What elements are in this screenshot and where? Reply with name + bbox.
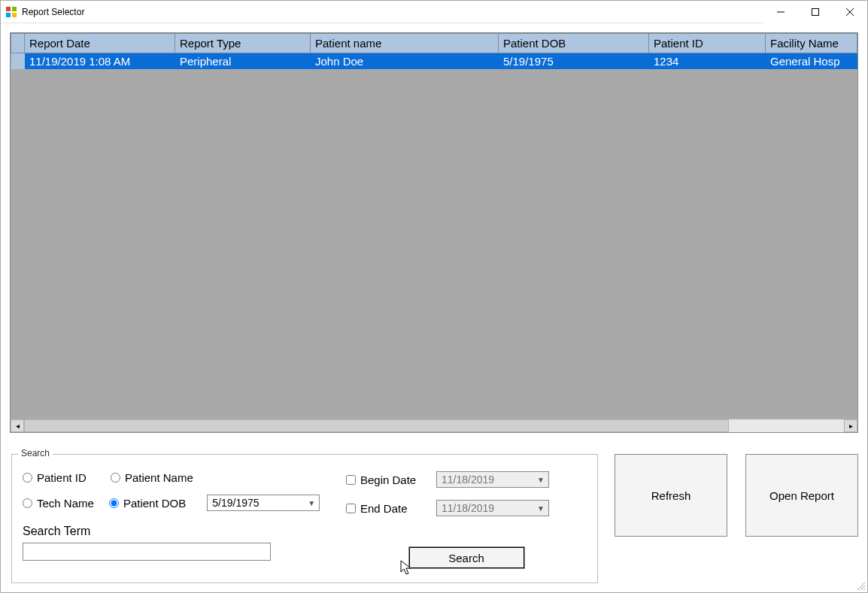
- grid-corner: [11, 34, 25, 53]
- begin-date-combo[interactable]: 11/18/2019 ▼: [436, 471, 549, 488]
- open-report-button-label: Open Report: [769, 489, 834, 502]
- end-date-checkbox[interactable]: [346, 504, 356, 513]
- minimize-button[interactable]: [763, 1, 798, 23]
- col-patient-name[interactable]: Patient name: [311, 34, 499, 53]
- scroll-right-button[interactable]: ▸: [844, 419, 857, 432]
- window-controls: [763, 1, 867, 23]
- scroll-track[interactable]: [24, 419, 844, 432]
- radio-patient-id[interactable]: Patient ID: [23, 471, 86, 484]
- radio-tech-name[interactable]: Tech Name: [23, 497, 94, 510]
- chevron-down-icon: ▼: [535, 476, 547, 484]
- col-facility-name[interactable]: Facility Name: [766, 34, 857, 53]
- scroll-left-button[interactable]: ◂: [11, 419, 24, 432]
- end-date-combo[interactable]: 11/18/2019 ▼: [436, 500, 549, 516]
- radio-tech-name-input[interactable]: [23, 498, 32, 508]
- app-icon: [5, 6, 17, 18]
- report-grid[interactable]: Report Date Report Type Patient name Pat…: [10, 32, 858, 433]
- resize-grip-icon[interactable]: [855, 580, 866, 591]
- grid-header-row: Report Date Report Type Patient name Pat…: [11, 34, 857, 53]
- radio-patient-dob[interactable]: Patient DOB: [109, 497, 186, 510]
- begin-date-checkbox[interactable]: [346, 475, 356, 485]
- window-title: Report Selector: [22, 7, 84, 17]
- app-window: Report Selector: [0, 0, 868, 593]
- radio-patient-name-input[interactable]: [111, 473, 120, 483]
- row-header-cell: [11, 53, 25, 70]
- col-patient-dob[interactable]: Patient DOB: [499, 34, 649, 53]
- end-date-value: 11/18/2019: [442, 502, 494, 514]
- col-patient-id[interactable]: Patient ID: [649, 34, 766, 53]
- client-area: Report Date Report Type Patient name Pat…: [1, 23, 867, 592]
- maximize-button[interactable]: [798, 1, 833, 23]
- radio-patient-dob-input[interactable]: [109, 498, 119, 508]
- titlebar: Report Selector: [1, 1, 867, 23]
- dob-combo-value: 5/19/1975: [212, 497, 259, 509]
- radio-tech-name-label: Tech Name: [37, 497, 94, 510]
- cell-patient-id: 1234: [649, 53, 766, 70]
- radio-patient-id-label: Patient ID: [37, 471, 86, 484]
- end-date-label: End Date: [360, 502, 408, 515]
- cell-facility-name: General Hosp: [766, 53, 857, 70]
- close-button[interactable]: [833, 1, 867, 23]
- search-button-label: Search: [448, 552, 484, 564]
- svg-rect-2: [6, 13, 11, 17]
- begin-date-label: Begin Date: [360, 473, 416, 486]
- search-button[interactable]: Search: [408, 546, 525, 569]
- svg-rect-3: [12, 13, 17, 17]
- radio-patient-id-input[interactable]: [23, 473, 32, 483]
- search-term-label: Search Term: [23, 525, 346, 538]
- col-report-date[interactable]: Report Date: [25, 34, 175, 53]
- radio-patient-name[interactable]: Patient Name: [111, 471, 193, 484]
- begin-date-value: 11/18/2019: [442, 473, 494, 486]
- cell-report-type: Peripheral: [175, 53, 311, 70]
- svg-rect-0: [6, 7, 11, 11]
- cell-report-date: 11/19/2019 1:08 AM: [25, 53, 175, 70]
- search-legend: Search: [18, 448, 53, 458]
- scroll-thumb[interactable]: [24, 419, 729, 432]
- begin-date-check[interactable]: Begin Date: [346, 473, 429, 486]
- refresh-button[interactable]: Refresh: [615, 454, 727, 537]
- svg-line-10: [863, 588, 865, 590]
- svg-rect-1: [12, 7, 17, 11]
- cell-patient-name: John Doe: [311, 53, 499, 70]
- end-date-check[interactable]: End Date: [346, 502, 429, 515]
- bottom-panel: Search Patient ID Patient Name: [10, 454, 858, 583]
- search-group: Search Patient ID Patient Name: [11, 454, 598, 583]
- chevron-down-icon: ▼: [535, 504, 547, 513]
- open-report-button[interactable]: Open Report: [745, 454, 858, 537]
- side-buttons: Refresh Open Report: [615, 454, 858, 583]
- search-term-input[interactable]: [23, 543, 271, 561]
- radio-patient-dob-label: Patient DOB: [123, 497, 186, 510]
- table-row[interactable]: 11/19/2019 1:08 AM Peripheral John Doe 5…: [11, 53, 857, 70]
- cell-patient-dob: 5/19/1975: [499, 53, 649, 70]
- radio-patient-name-label: Patient Name: [125, 471, 193, 484]
- horizontal-scrollbar[interactable]: ◂ ▸: [11, 419, 857, 432]
- chevron-down-icon: ▼: [305, 499, 317, 507]
- dob-combo[interactable]: 5/19/1975 ▼: [207, 495, 320, 511]
- col-report-type[interactable]: Report Type: [175, 34, 311, 53]
- refresh-button-label: Refresh: [651, 489, 691, 502]
- svg-rect-5: [812, 8, 819, 15]
